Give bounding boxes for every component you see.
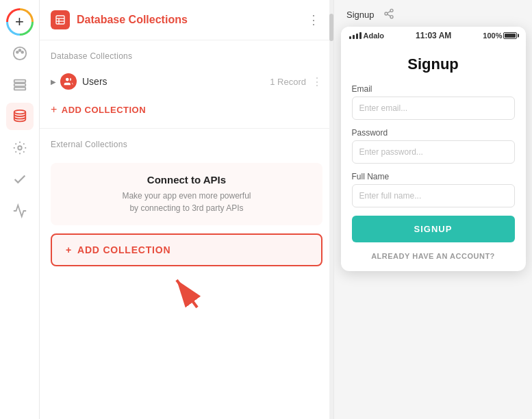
- palette-button[interactable]: [6, 40, 34, 67]
- chart-icon: [12, 203, 27, 218]
- signal-area: Adalo: [349, 31, 385, 40]
- layers-icon: [12, 77, 27, 92]
- svg-point-1: [16, 51, 18, 53]
- check-icon: [12, 172, 27, 187]
- signal-bar-3: [356, 34, 358, 39]
- signal-bar-1: [349, 36, 351, 39]
- svg-rect-5: [14, 84, 25, 86]
- gear-icon: [12, 140, 27, 155]
- settings-button[interactable]: [6, 134, 34, 162]
- main-content: Database Collections ⋮ Database Collecti…: [40, 0, 532, 419]
- share-svg-icon: [383, 8, 394, 19]
- signal-bar-4: [359, 32, 362, 39]
- fullname-label: Full Name: [352, 172, 515, 181]
- signup-title: Signup: [352, 55, 515, 73]
- api-card-title: Connect to APIs: [62, 174, 312, 186]
- svg-point-18: [390, 16, 393, 18]
- users-icon: [64, 77, 73, 86]
- api-card-description: Make your app even more powerfulby conne…: [62, 190, 312, 214]
- db-header-menu-icon[interactable]: ⋮: [305, 10, 322, 30]
- add-collection-label-external: ADD COLLECTION: [77, 244, 170, 255]
- battery-percent: 100%: [483, 31, 502, 40]
- external-collections-section: External Collections Connect to APIs Mak…: [40, 128, 333, 311]
- battery-fill: [505, 34, 516, 38]
- fullname-input[interactable]: Enter full name...: [352, 184, 515, 207]
- svg-line-20: [388, 11, 391, 13]
- chevron-right-icon: ▶: [51, 78, 56, 86]
- plus-icon: +: [15, 13, 24, 31]
- db-section-label: Database Collections: [40, 40, 333, 66]
- add-collection-label-top: ADD COLLECTION: [62, 105, 146, 115]
- arrow-annotation: [40, 273, 333, 311]
- db-sidebar: Database Collections ⋮ Database Collecti…: [40, 0, 334, 419]
- svg-rect-4: [14, 80, 25, 83]
- db-header-icon: [51, 10, 70, 29]
- add-collection-button-external[interactable]: + ADD COLLECTION: [51, 233, 322, 266]
- signup-form: Signup Email Enter email... Password Ent…: [341, 45, 526, 271]
- external-section-label: External Collections: [40, 129, 333, 155]
- add-collection-button-top[interactable]: + ADD COLLECTION: [40, 97, 333, 123]
- svg-point-8: [18, 146, 22, 150]
- email-label: Email: [352, 84, 515, 94]
- password-label: Password: [352, 128, 515, 138]
- database-button[interactable]: [6, 103, 34, 130]
- db-panel-header: Database Collections ⋮: [40, 0, 333, 40]
- battery-icon: [503, 32, 517, 39]
- plus-collection-icon-external: +: [66, 244, 72, 255]
- layers-button[interactable]: [6, 71, 34, 99]
- svg-point-2: [18, 49, 21, 51]
- preview-tab-bar: Signup: [334, 7, 394, 23]
- svg-point-13: [66, 78, 69, 81]
- database-icon: [12, 109, 27, 124]
- svg-line-15: [177, 280, 197, 307]
- password-input[interactable]: Enter password...: [352, 140, 515, 164]
- svg-point-16: [390, 9, 393, 12]
- already-account-link[interactable]: ALREADY HAVE AN ACCOUNT?: [352, 252, 515, 260]
- users-record-count: 1 Record: [270, 77, 306, 87]
- signal-bars: [349, 32, 362, 39]
- icon-bar: +: [0, 0, 40, 419]
- svg-point-17: [385, 12, 388, 15]
- phone-time: 11:03 AM: [416, 31, 451, 40]
- add-button[interactable]: +: [6, 8, 34, 36]
- share-icon[interactable]: [383, 8, 394, 21]
- svg-rect-6: [14, 88, 25, 90]
- phone-mockup: Adalo 11:03 AM 100% Signup Email Enter e…: [341, 27, 526, 271]
- signup-button[interactable]: SIGNUP: [352, 216, 515, 242]
- battery-area: 100%: [483, 31, 517, 40]
- checkmark-button[interactable]: [6, 166, 34, 193]
- signup-tab[interactable]: Signup: [341, 7, 379, 23]
- svg-rect-9: [56, 16, 64, 24]
- db-panel-title: Database Collections: [77, 14, 305, 26]
- plus-collection-icon-top: +: [51, 103, 58, 116]
- palette-icon: [12, 46, 27, 61]
- db-collections-section: Database Collections ▶ Users 1 Record ⋮: [40, 40, 333, 123]
- db-icon: [55, 14, 66, 25]
- phone-status-bar: Adalo 11:03 AM 100%: [341, 27, 526, 45]
- svg-point-3: [21, 51, 23, 53]
- users-item-menu-icon[interactable]: ⋮: [312, 75, 322, 88]
- analytics-button[interactable]: [6, 197, 34, 225]
- users-collection-icon: [60, 73, 77, 90]
- api-connect-card: Connect to APIs Make your app even more …: [51, 163, 322, 225]
- signal-bar-2: [353, 35, 355, 39]
- phone-carrier: Adalo: [364, 31, 385, 40]
- red-arrow-svg: [166, 273, 207, 311]
- preview-panel: Signup: [334, 0, 532, 419]
- svg-line-19: [388, 14, 391, 16]
- svg-point-7: [14, 110, 25, 114]
- users-collection-name: Users: [82, 76, 270, 87]
- users-collection-item[interactable]: ▶ Users 1 Record ⋮: [40, 66, 333, 97]
- email-input[interactable]: Enter email...: [352, 97, 515, 120]
